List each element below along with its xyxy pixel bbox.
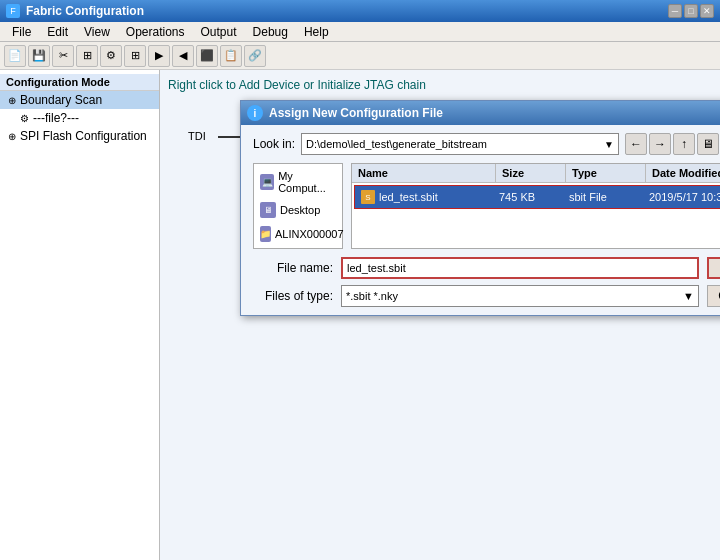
- toolbar-btn-10[interactable]: 📋: [220, 45, 242, 67]
- sbit-file-icon: S: [361, 190, 375, 204]
- file-type-cell-0: sbit File: [563, 188, 643, 206]
- file-date-cell-0: 2019/5/17 10:34: [643, 188, 720, 206]
- menu-output[interactable]: Output: [193, 23, 245, 41]
- filetype-label: Files of type:: [253, 289, 333, 303]
- toolbar-btn-6[interactable]: ⊞: [124, 45, 146, 67]
- filename-label: File name:: [253, 261, 333, 275]
- toolbar-btn-8[interactable]: ◀: [172, 45, 194, 67]
- filetype-row: Files of type: *.sbit *.nky ▼ Cancel: [253, 285, 720, 307]
- toolbar-btn-9[interactable]: ⬛: [196, 45, 218, 67]
- filetype-combo[interactable]: *.sbit *.nky ▼: [341, 285, 699, 307]
- file-table-body: S led_test.sbit 745 KB sbit File 2019/5/…: [352, 183, 720, 211]
- col-size: Size: [496, 164, 566, 182]
- app-icon: F: [6, 4, 20, 18]
- menu-edit[interactable]: Edit: [39, 23, 76, 41]
- cancel-button[interactable]: Cancel: [707, 285, 720, 307]
- assign-config-dialog: i Assign New Configuration File ? ✕ Look…: [240, 100, 720, 316]
- file-table-header: Name Size Type Date Modified: [352, 164, 720, 183]
- window-controls: ─ □ ✕: [668, 4, 714, 18]
- file-name-cell-0: S led_test.sbit: [355, 188, 493, 206]
- shortcut-desktop-label: Desktop: [280, 204, 320, 216]
- dialog-body: Look in: D:\demo\led_test\generate_bitst…: [241, 125, 720, 315]
- menu-debug[interactable]: Debug: [245, 23, 296, 41]
- look-in-label: Look in:: [253, 137, 295, 151]
- toolbar-btn-1[interactable]: 📄: [4, 45, 26, 67]
- file-table: Name Size Type Date Modified S led_test.…: [351, 163, 720, 249]
- menu-view[interactable]: View: [76, 23, 118, 41]
- toolbar-btn-2[interactable]: 💾: [28, 45, 50, 67]
- look-in-combo[interactable]: D:\demo\led_test\generate_bitstream ▼: [301, 133, 619, 155]
- dialog-overlay: i Assign New Configuration File ? ✕ Look…: [160, 70, 720, 560]
- shortcut-alinx[interactable]: 📁 ALINX000007: [258, 224, 338, 244]
- filename-input[interactable]: [341, 257, 699, 279]
- toolbar-btn-11[interactable]: 🔗: [244, 45, 266, 67]
- tree-item-file[interactable]: ⚙ ---file?---: [0, 109, 159, 127]
- file-list-container: 💻 My Comput... 🖥 Desktop 📁 ALINX000007: [253, 163, 720, 249]
- window-title: Fabric Configuration: [26, 4, 662, 18]
- filetype-arrow-icon: ▼: [683, 290, 694, 302]
- look-in-path: D:\demo\led_test\generate_bitstream: [306, 138, 487, 150]
- shortcut-alinx-label: ALINX000007: [275, 228, 344, 240]
- tree-item-boundary-scan[interactable]: ⊕ Boundary Scan: [0, 91, 159, 109]
- alinx-icon: 📁: [260, 226, 271, 242]
- close-button[interactable]: ✕: [700, 4, 714, 18]
- nav-forward-button[interactable]: →: [649, 133, 671, 155]
- col-date: Date Modified: [646, 164, 720, 182]
- dialog-icon: i: [247, 105, 263, 121]
- shortcut-mycomputer[interactable]: 💻 My Comput...: [258, 168, 338, 196]
- look-in-row: Look in: D:\demo\led_test\generate_bitst…: [253, 133, 720, 155]
- boundary-scan-label: Boundary Scan: [20, 93, 102, 107]
- toolbar-btn-3[interactable]: ✂: [52, 45, 74, 67]
- filetype-value: *.sbit *.nky: [346, 290, 398, 302]
- boundary-scan-icon: ⊕: [8, 95, 16, 106]
- nav-up-button[interactable]: ↑: [673, 133, 695, 155]
- dialog-title-bar: i Assign New Configuration File ? ✕: [241, 101, 720, 125]
- desktop-icon: 🖥: [260, 202, 276, 218]
- spi-flash-label: SPI Flash Configuration: [20, 129, 147, 143]
- shortcuts-panel: 💻 My Comput... 🖥 Desktop 📁 ALINX000007: [253, 163, 343, 249]
- file-row-0[interactable]: S led_test.sbit 745 KB sbit File 2019/5/…: [354, 185, 720, 209]
- spi-flash-icon: ⊕: [8, 131, 16, 142]
- file-size-cell-0: 745 KB: [493, 188, 563, 206]
- shortcut-mycomputer-label: My Comput...: [278, 170, 336, 194]
- panel-title: Configuration Mode: [0, 74, 159, 91]
- file-label: ---file?---: [33, 111, 79, 125]
- menu-file[interactable]: File: [4, 23, 39, 41]
- toolbar-btn-7[interactable]: ▶: [148, 45, 170, 67]
- col-type: Type: [566, 164, 646, 182]
- menu-bar: File Edit View Operations Output Debug H…: [0, 22, 720, 42]
- combo-arrow-icon: ▼: [604, 139, 614, 150]
- col-name: Name: [352, 164, 496, 182]
- minimize-button[interactable]: ─: [668, 4, 682, 18]
- shortcut-desktop[interactable]: 🖥 Desktop: [258, 200, 338, 220]
- toolbar: 📄 💾 ✂ ⊞ ⚙ ⊞ ▶ ◀ ⬛ 📋 🔗: [0, 42, 720, 70]
- title-bar: F Fabric Configuration ─ □ ✕: [0, 0, 720, 22]
- tree-item-spi-flash[interactable]: ⊕ SPI Flash Configuration: [0, 127, 159, 145]
- maximize-button[interactable]: □: [684, 4, 698, 18]
- look-in-buttons: ← → ↑ 🖥 📁 ☰: [625, 133, 720, 155]
- filename-row: File name: Open: [253, 257, 720, 279]
- main-area: Configuration Mode ⊕ Boundary Scan ⚙ ---…: [0, 70, 720, 560]
- dialog-title: Assign New Configuration File: [269, 106, 720, 120]
- toolbar-btn-5[interactable]: ⚙: [100, 45, 122, 67]
- menu-help[interactable]: Help: [296, 23, 337, 41]
- menu-operations[interactable]: Operations: [118, 23, 193, 41]
- open-button[interactable]: Open: [707, 257, 720, 279]
- right-panel: Right click to Add Device or Initialize …: [160, 70, 720, 560]
- toolbar-btn-4[interactable]: ⊞: [76, 45, 98, 67]
- file-icon: ⚙: [20, 113, 29, 124]
- left-panel: Configuration Mode ⊕ Boundary Scan ⚙ ---…: [0, 70, 160, 560]
- computer-icon: 💻: [260, 174, 274, 190]
- nav-desktop-button[interactable]: 🖥: [697, 133, 719, 155]
- nav-back-button[interactable]: ←: [625, 133, 647, 155]
